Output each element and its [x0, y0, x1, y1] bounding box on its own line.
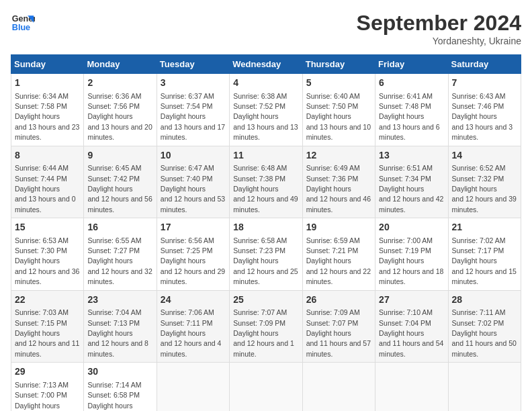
day-info: Sunrise: 6:55 AMSunset: 7:27 PMDaylight …	[87, 236, 152, 286]
day-number: 21	[452, 221, 517, 234]
table-row: 28Sunrise: 7:11 AMSunset: 7:02 PMDayligh…	[448, 290, 521, 363]
table-row: 3Sunrise: 6:37 AMSunset: 7:54 PMDaylight…	[157, 74, 229, 146]
table-row: 20Sunrise: 7:00 AMSunset: 7:19 PMDayligh…	[375, 218, 448, 291]
day-number: 28	[452, 293, 517, 307]
table-row: 15Sunrise: 6:53 AMSunset: 7:30 PMDayligh…	[11, 218, 84, 291]
day-info: Sunrise: 7:10 AMSunset: 7:04 PMDaylight …	[379, 308, 443, 358]
day-number: 9	[87, 149, 152, 163]
day-info: Sunrise: 6:48 AMSunset: 7:38 PMDaylight …	[233, 164, 298, 214]
svg-text:Blue: Blue	[12, 23, 30, 32]
day-info: Sunrise: 7:07 AMSunset: 7:09 PMDaylight …	[233, 308, 294, 358]
day-info: Sunrise: 6:49 AMSunset: 7:36 PMDaylight …	[306, 164, 371, 214]
logo: General Blue	[11, 11, 35, 35]
day-info: Sunrise: 7:09 AMSunset: 7:07 PMDaylight …	[306, 308, 371, 358]
day-info: Sunrise: 7:03 AMSunset: 7:15 PMDaylight …	[15, 308, 79, 358]
day-number: 29	[15, 365, 80, 379]
day-info: Sunrise: 6:59 AMSunset: 7:21 PMDaylight …	[306, 236, 371, 286]
day-info: Sunrise: 6:41 AMSunset: 7:48 PMDaylight …	[379, 92, 440, 142]
day-number: 3	[161, 77, 226, 90]
day-number: 20	[379, 221, 444, 234]
table-row: 26Sunrise: 7:09 AMSunset: 7:07 PMDayligh…	[302, 290, 375, 363]
day-number: 17	[161, 221, 226, 234]
day-number: 26	[306, 293, 371, 307]
day-number: 1	[15, 77, 80, 90]
day-info: Sunrise: 6:38 AMSunset: 7:52 PMDaylight …	[233, 92, 298, 142]
day-number: 25	[233, 293, 298, 307]
col-sunday: Sunday	[11, 55, 84, 74]
table-row: 27Sunrise: 7:10 AMSunset: 7:04 PMDayligh…	[375, 290, 448, 363]
calendar-week-row: 22Sunrise: 7:03 AMSunset: 7:15 PMDayligh…	[11, 290, 521, 363]
calendar-week-row: 8Sunrise: 6:44 AMSunset: 7:44 PMDaylight…	[11, 146, 521, 218]
day-number: 24	[161, 293, 226, 307]
day-number: 18	[233, 221, 298, 234]
month-title: September 2024	[357, 11, 521, 36]
calendar-week-row: 29Sunrise: 7:13 AMSunset: 7:00 PMDayligh…	[11, 363, 521, 411]
table-row: 17Sunrise: 6:56 AMSunset: 7:25 PMDayligh…	[157, 218, 229, 291]
col-tuesday: Tuesday	[157, 55, 229, 74]
table-row: 25Sunrise: 7:07 AMSunset: 7:09 PMDayligh…	[230, 290, 302, 363]
day-info: Sunrise: 6:53 AMSunset: 7:30 PMDaylight …	[15, 236, 79, 286]
day-info: Sunrise: 7:00 AMSunset: 7:19 PMDaylight …	[379, 236, 443, 286]
day-info: Sunrise: 7:13 AMSunset: 7:00 PMDaylight …	[15, 381, 79, 411]
table-row: 13Sunrise: 6:51 AMSunset: 7:34 PMDayligh…	[375, 146, 448, 218]
day-info: Sunrise: 7:04 AMSunset: 7:13 PMDaylight …	[87, 308, 148, 358]
day-info: Sunrise: 6:47 AMSunset: 7:40 PMDaylight …	[161, 164, 225, 214]
table-row: 11Sunrise: 6:48 AMSunset: 7:38 PMDayligh…	[230, 146, 302, 218]
day-number: 16	[87, 221, 152, 234]
day-number: 5	[306, 77, 371, 90]
day-number: 13	[379, 149, 444, 163]
day-number: 12	[306, 149, 371, 163]
table-row	[230, 363, 302, 411]
table-row: 16Sunrise: 6:55 AMSunset: 7:27 PMDayligh…	[84, 218, 157, 291]
table-row: 5Sunrise: 6:40 AMSunset: 7:50 PMDaylight…	[302, 74, 375, 146]
day-info: Sunrise: 7:06 AMSunset: 7:11 PMDaylight …	[161, 308, 222, 358]
day-number: 27	[379, 293, 444, 307]
day-info: Sunrise: 6:52 AMSunset: 7:32 PMDaylight …	[452, 164, 517, 214]
table-row: 8Sunrise: 6:44 AMSunset: 7:44 PMDaylight…	[11, 146, 84, 218]
table-row: 14Sunrise: 6:52 AMSunset: 7:32 PMDayligh…	[448, 146, 521, 218]
table-row: 6Sunrise: 6:41 AMSunset: 7:48 PMDaylight…	[375, 74, 448, 146]
day-number: 19	[306, 221, 371, 234]
table-row: 12Sunrise: 6:49 AMSunset: 7:36 PMDayligh…	[302, 146, 375, 218]
logo-icon: General Blue	[11, 11, 35, 35]
day-info: Sunrise: 7:02 AMSunset: 7:17 PMDaylight …	[452, 236, 517, 286]
table-row	[375, 363, 448, 411]
day-number: 7	[452, 77, 517, 90]
col-wednesday: Wednesday	[230, 55, 302, 74]
day-info: Sunrise: 6:40 AMSunset: 7:50 PMDaylight …	[306, 92, 371, 142]
day-number: 14	[452, 149, 517, 163]
day-info: Sunrise: 6:58 AMSunset: 7:23 PMDaylight …	[233, 236, 298, 286]
day-info: Sunrise: 6:45 AMSunset: 7:42 PMDaylight …	[87, 164, 152, 214]
table-row: 18Sunrise: 6:58 AMSunset: 7:23 PMDayligh…	[230, 218, 302, 291]
location-subtitle: Yordaneshty, Ukraine	[357, 36, 521, 46]
table-row: 21Sunrise: 7:02 AMSunset: 7:17 PMDayligh…	[448, 218, 521, 291]
day-info: Sunrise: 6:37 AMSunset: 7:54 PMDaylight …	[161, 92, 225, 142]
day-number: 8	[15, 149, 80, 163]
table-row	[302, 363, 375, 411]
day-info: Sunrise: 6:56 AMSunset: 7:25 PMDaylight …	[161, 236, 225, 286]
day-info: Sunrise: 6:43 AMSunset: 7:46 PMDaylight …	[452, 92, 513, 142]
day-number: 23	[87, 293, 152, 307]
day-number: 6	[379, 77, 444, 90]
calendar-week-row: 15Sunrise: 6:53 AMSunset: 7:30 PMDayligh…	[11, 218, 521, 291]
table-row: 1Sunrise: 6:34 AMSunset: 7:58 PMDaylight…	[11, 74, 84, 146]
calendar-table: Sunday Monday Tuesday Wednesday Thursday…	[11, 54, 521, 411]
day-info: Sunrise: 6:34 AMSunset: 7:58 PMDaylight …	[15, 92, 79, 142]
day-number: 15	[15, 221, 80, 234]
title-section: September 2024 Yordaneshty, Ukraine	[357, 11, 521, 46]
col-saturday: Saturday	[448, 55, 521, 74]
table-row: 30Sunrise: 7:14 AMSunset: 6:58 PMDayligh…	[84, 363, 157, 411]
table-row	[157, 363, 229, 411]
day-number: 22	[15, 293, 80, 307]
calendar-week-row: 1Sunrise: 6:34 AMSunset: 7:58 PMDaylight…	[11, 74, 521, 146]
day-number: 4	[233, 77, 298, 90]
table-row: 22Sunrise: 7:03 AMSunset: 7:15 PMDayligh…	[11, 290, 84, 363]
table-row: 9Sunrise: 6:45 AMSunset: 7:42 PMDaylight…	[84, 146, 157, 218]
day-number: 30	[87, 365, 152, 379]
table-row: 2Sunrise: 6:36 AMSunset: 7:56 PMDaylight…	[84, 74, 157, 146]
table-row: 4Sunrise: 6:38 AMSunset: 7:52 PMDaylight…	[230, 74, 302, 146]
col-thursday: Thursday	[302, 55, 375, 74]
table-row: 29Sunrise: 7:13 AMSunset: 7:00 PMDayligh…	[11, 363, 84, 411]
calendar-header-row: Sunday Monday Tuesday Wednesday Thursday…	[11, 55, 521, 74]
table-row	[448, 363, 521, 411]
